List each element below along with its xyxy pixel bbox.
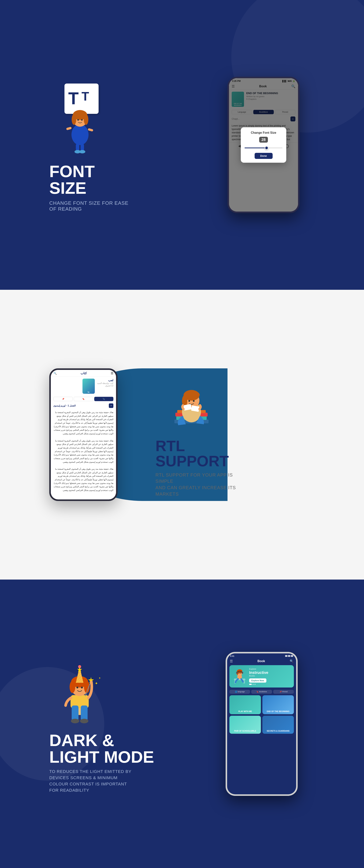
phone2-screen: ☰ كتاب 🔍 لعب كتب بواسطة السيد 12 فصول بق… — [51, 370, 116, 499]
explore-now-btn[interactable]: Explore Now — [249, 678, 267, 683]
svg-point-16 — [79, 150, 85, 153]
language-tab-icon: 🌐 — [235, 691, 237, 693]
phone3-header-title: Book — [257, 659, 265, 663]
phone3-tabs: 🌐 language 🔖 BookMore 📌 Pinned — [227, 689, 296, 695]
section-font-size: T T — [0, 0, 364, 290]
svg-point-59 — [236, 672, 238, 674]
feature-description: CHANGE FONT SIZE FOR EASE OF READING — [49, 200, 129, 212]
phone3-status-bar: 9:41 — [227, 653, 296, 658]
section3-feature-text: DARK & LIGHT MODE TO REDUCES THE LIGHT E… — [49, 732, 193, 794]
wifi-icon-dark — [288, 655, 290, 657]
explore-subtitle: Books — [249, 675, 291, 677]
rtl-chapter-text: الفصل 1 - لوريم إيبسوم — [53, 404, 76, 407]
phone3-status-icons — [285, 655, 293, 657]
tab-bookmore[interactable]: 🔖 BookMore — [251, 690, 272, 694]
svg-point-58 — [240, 673, 241, 674]
rtl-chapter-nav[interactable]: + — [109, 403, 113, 408]
phone2-book-title: لعب — [97, 379, 113, 382]
phone2-action-btns: 📎 🔖 📌 — [51, 396, 116, 402]
section-rtl-support: ☰ كتاب 🔍 لعب كتب بواسطة السيد 12 فصول بق… — [0, 290, 364, 580]
svg-point-60 — [241, 672, 243, 674]
character-girl-sign: T T — [49, 78, 121, 157]
rtl-btn2[interactable]: 🔖 — [74, 397, 93, 401]
rtl-text-paragraph3: هناك حقيقة مثبتة منذ زمن طويل وهي أن الم… — [53, 467, 113, 492]
explore-dots — [249, 684, 291, 685]
party-girl-character: ✦ ✦ — [49, 654, 110, 726]
book-grid-item-3[interactable]: PAIR OF SCHOOLGIRLS — [229, 716, 261, 734]
explore-text-block: Explore Instructive Books Explore Now — [249, 668, 291, 685]
party-girl-svg: ✦ ✦ — [49, 654, 110, 726]
phone2-book-info: لعب كتب بواسطة السيد 12 فصول بقيا — [51, 377, 116, 396]
svg-text:✦: ✦ — [95, 681, 98, 685]
font-size-slider[interactable] — [245, 146, 282, 150]
phone2-header-title: كتاب — [81, 371, 87, 375]
phone3-search-icon[interactable]: 🔍 — [290, 659, 293, 663]
svg-point-45 — [76, 687, 78, 688]
section3-title: DARK & LIGHT MODE — [49, 732, 193, 765]
svg-text:T: T — [68, 89, 79, 108]
svg-point-4 — [72, 124, 88, 145]
done-button[interactable]: Done — [255, 153, 273, 159]
book-grid-item-1[interactable]: PLAY WITH ME — [229, 695, 261, 714]
svg-point-26 — [193, 400, 195, 402]
book4-label: SECRETS & GUARDIANS — [264, 730, 292, 732]
phone2-book-chapters: 12 فصول — [97, 384, 113, 387]
tab-language-label: language — [238, 691, 245, 693]
dot-2 — [253, 684, 254, 685]
book1-label: PLAY WITH ME — [231, 710, 259, 713]
svg-point-8 — [84, 114, 88, 125]
reading-character-wrapper — [156, 372, 315, 433]
svg-rect-31 — [72, 706, 79, 721]
battery-icon-dark — [291, 655, 293, 657]
book-grid-item-2[interactable]: END OF THE BEGINNING — [262, 695, 294, 714]
phone3-screen: 9:41 ☰ Book 🔍 — [227, 653, 296, 794]
modal-title: Change Font Size — [245, 131, 282, 134]
svg-point-7 — [72, 114, 76, 125]
phone2-book-cover: بقيا — [82, 379, 95, 394]
rtl-menu-icon[interactable]: ☰ — [111, 371, 113, 375]
rtl-btn3[interactable]: 📌 — [53, 397, 73, 401]
section-dark-light-mode: ✦ ✦ DARK & LIGHT MODE TO REDUCES THE LIG… — [0, 580, 364, 868]
svg-point-10 — [81, 119, 83, 121]
section1-left-panel: T T — [49, 78, 197, 212]
svg-rect-32 — [81, 706, 88, 721]
section2-description: RTL SUPPORT FOR YOUR APP IS SIMPLE AND C… — [156, 472, 247, 497]
rtl-btn1[interactable]: 📎 — [94, 397, 113, 401]
svg-point-9 — [77, 119, 79, 121]
explore-title: Instructive — [249, 671, 291, 675]
section2-feature-text: RTL SUPPORT RTL SUPPORT FOR YOUR APP IS … — [156, 438, 315, 497]
phone-mockup-1: 3:26 PM ▌▌▌ WiFi 🔋 ☰ Book 🔍 — [227, 77, 300, 213]
dot-3 — [254, 684, 256, 685]
tab-pinned[interactable]: 📌 Pinned — [273, 690, 294, 694]
explore-character — [232, 668, 247, 684]
font-modal-box: Change Font Size 28 Done — [241, 127, 286, 163]
girl-character-svg: T T — [49, 78, 110, 154]
book2-label: END OF THE BEGINNING — [264, 710, 292, 713]
phone3-header: ☰ Book 🔍 — [227, 658, 296, 665]
tab-bookmore-label: BookMore — [259, 691, 267, 693]
phone-mockup-3: 9:41 ☰ Book 🔍 — [226, 652, 298, 796]
tab-pinned-label: Pinned — [282, 691, 288, 693]
reading-girl-svg — [156, 372, 227, 433]
tab-language[interactable]: 🌐 language — [229, 690, 250, 694]
rtl-text-paragraph: هناك حقيقة مثبتة منذ زمن طويل وهي أن الم… — [53, 411, 113, 435]
svg-rect-12 — [88, 128, 93, 132]
phone3-time: 9:41 — [230, 655, 234, 657]
svg-text:T: T — [82, 89, 89, 103]
svg-point-25 — [189, 400, 190, 402]
phone3-book-grid: PLAY WITH ME END OF THE BEGINNING — [227, 695, 296, 714]
svg-point-46 — [81, 687, 83, 688]
phone2-book-details: لعب كتب بواسطة السيد 12 فصول — [97, 379, 113, 394]
phone2-cover-text: بقيا — [88, 391, 89, 393]
svg-point-37 — [69, 681, 75, 693]
rtl-search-icon[interactable]: 🔍 — [53, 372, 57, 375]
svg-point-34 — [80, 719, 88, 723]
explore-banner: Explore Instructive Books Explore Now — [229, 665, 294, 687]
phone2-book-author: كتب بواسطة السيد — [97, 382, 113, 384]
section1-phone-panel: 3:26 PM ▌▌▌ WiFi 🔋 ☰ Book 🔍 — [212, 77, 315, 213]
book-grid-item-4[interactable]: SECRETS & GUARDIANS — [262, 716, 294, 734]
phone3-menu-icon[interactable]: ☰ — [230, 659, 233, 663]
phone2-chapter-label: + الفصل 1 - لوريم إيبسوم — [51, 402, 116, 409]
section2-right-panel: RTL SUPPORT RTL SUPPORT FOR YOUR APP IS … — [156, 372, 315, 497]
phone3-book-grid-row2: PAIR OF SCHOOLGIRLS SECRETS & GUARDIANS — [227, 714, 296, 734]
